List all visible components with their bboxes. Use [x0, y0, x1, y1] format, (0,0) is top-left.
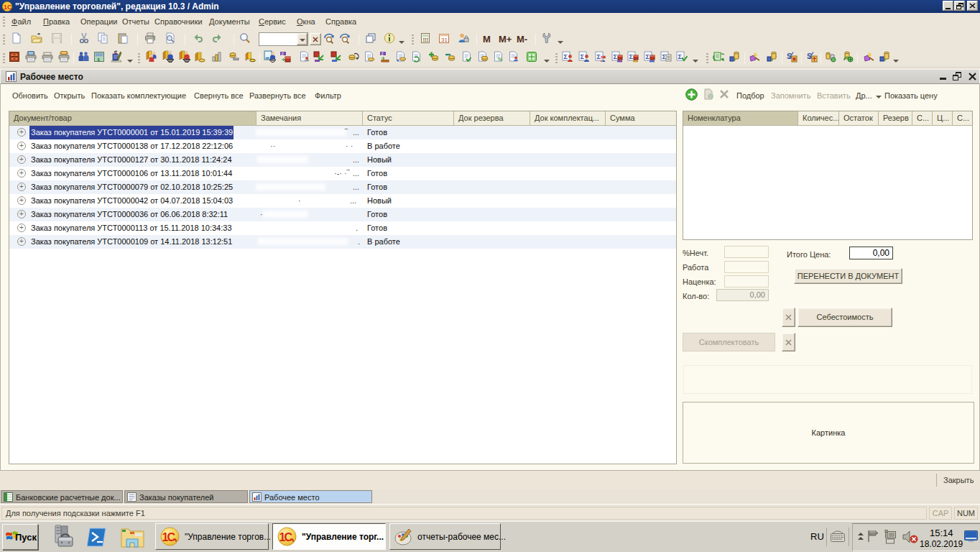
svg-text:1С: 1С	[4, 4, 12, 11]
svg-text:С: С	[285, 531, 293, 543]
svg-text:Σ: Σ	[597, 53, 601, 60]
svg-text:31: 31	[441, 37, 448, 43]
svg-text:Σ: Σ	[629, 53, 634, 60]
svg-text:Σ: Σ	[564, 53, 568, 60]
svg-text:С: С	[167, 531, 176, 543]
svg-text:Σ: Σ	[678, 53, 683, 60]
svg-text:Σ: Σ	[581, 53, 585, 60]
svg-text:Σ: Σ	[614, 53, 618, 60]
svg-text:Σ: Σ	[646, 53, 650, 60]
svg-text:%: %	[498, 57, 503, 62]
